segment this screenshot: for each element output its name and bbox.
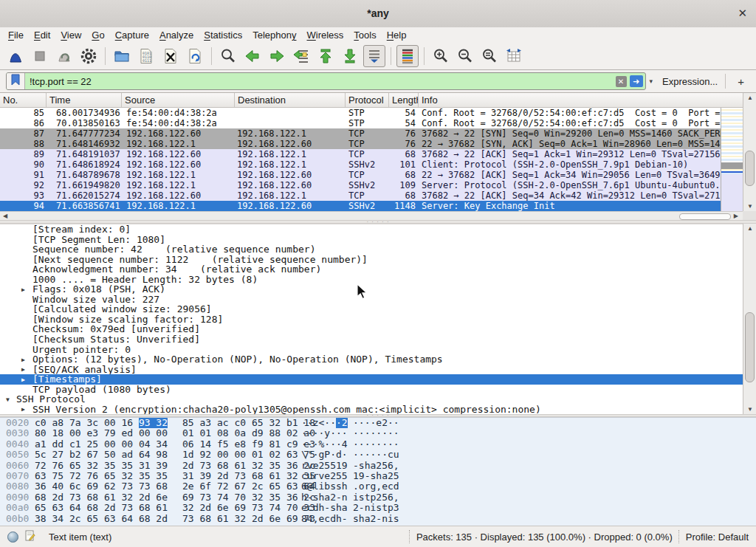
hex-segment[interactable]: 69 73 74 70 32 35 36 2c bbox=[182, 492, 315, 503]
hex-segment[interactable]: 0030 bbox=[6, 428, 29, 438]
packet-row[interactable]: 9471.663856741192.168.122.1192.168.122.6… bbox=[0, 201, 721, 211]
zoom-in-button[interactable] bbox=[430, 45, 452, 67]
detail-tree-item[interactable]: [TCP Segment Len: 1080] bbox=[0, 235, 743, 245]
hex-segment[interactable]: 2-nistp3 bbox=[353, 503, 399, 513]
hscroll-thumb[interactable] bbox=[679, 213, 731, 220]
hex-segment[interactable]: 85 a3 ac c0 65 32 b1 18 bbox=[182, 418, 315, 428]
packet-row[interactable]: 9371.662015274192.168.122.60192.168.122.… bbox=[0, 190, 721, 201]
add-filter-button[interactable]: + bbox=[732, 75, 750, 88]
title-bar[interactable]: *any ✕ bbox=[0, 0, 756, 28]
expression-button[interactable]: Expression... bbox=[656, 76, 725, 87]
expand-icon[interactable]: ▶ bbox=[21, 405, 25, 414]
detail-tree-item[interactable]: [Window size scaling factor: 128] bbox=[0, 314, 743, 325]
detail-tree-item[interactable]: Acknowledgment number: 34 (relative ack … bbox=[0, 264, 743, 275]
hex-segment[interactable]: 0050 bbox=[6, 450, 29, 460]
hex-segment[interactable]: ···%···4 bbox=[301, 439, 348, 450]
detail-tree-item[interactable]: ▶[Timestamps] bbox=[0, 374, 743, 385]
hex-segment[interactable]: 06 14 f5 e8 f9 81 c9 e3 bbox=[182, 439, 315, 450]
packet-row[interactable]: 9271.661949820192.168.122.1192.168.122.6… bbox=[0, 180, 721, 190]
packet-row[interactable]: 8971.648191037192.168.122.60192.168.122.… bbox=[0, 149, 721, 159]
capture-start-button[interactable] bbox=[4, 45, 27, 67]
detail-tree-item[interactable]: [Calculated window size: 29056] bbox=[0, 304, 743, 314]
column-header-length[interactable]: Length bbox=[389, 93, 419, 107]
detail-tree-item[interactable]: Checksum: 0x79ed [unverified] bbox=[0, 324, 743, 334]
detail-tree-item[interactable]: Sequence number: 42 (relative sequence n… bbox=[0, 244, 743, 255]
hex-segment[interactable]: istp256, bbox=[353, 492, 399, 503]
go-back-button[interactable] bbox=[241, 45, 264, 67]
filter-apply-button[interactable]: ➜ bbox=[630, 75, 643, 87]
hex-segment[interactable]: 36 40 6c 69 62 73 73 68 bbox=[35, 481, 168, 492]
hex-segment[interactable]: 72 76 65 32 35 35 31 39 bbox=[35, 461, 168, 471]
hex-segment[interactable]: 63 75 72 76 65 32 35 35 bbox=[35, 471, 168, 481]
hex-segment[interactable]: 1d 92 00 00 01 02 63 75 bbox=[182, 450, 315, 460]
filter-clear-button[interactable]: ✕ bbox=[616, 76, 627, 87]
find-packet-button[interactable] bbox=[217, 45, 239, 67]
capture-comment-icon[interactable] bbox=[25, 530, 35, 544]
hex-segment[interactable]: 2d 73 68 61 32 35 36 2c bbox=[182, 461, 315, 471]
display-filter-input[interactable] bbox=[25, 76, 616, 87]
detail-tree-item[interactable]: [Stream index: 0] bbox=[0, 224, 743, 235]
hex-segment[interactable]: 5c 27 b2 67 50 ad 64 98 bbox=[35, 450, 168, 460]
filter-bookmark-button[interactable] bbox=[7, 73, 25, 89]
scroll-down-icon[interactable]: ▼ bbox=[743, 406, 756, 413]
zoom-original-button[interactable] bbox=[478, 45, 501, 67]
expand-icon[interactable]: ▶ bbox=[21, 375, 25, 385]
hex-segment[interactable]: 00a0 bbox=[6, 503, 29, 513]
hex-segment[interactable]: ········ bbox=[353, 439, 399, 450]
menu-capture[interactable]: Capture bbox=[110, 29, 154, 41]
menu-edit[interactable]: Edit bbox=[29, 29, 55, 41]
hex-segment[interactable]: h-sha2-n bbox=[301, 492, 348, 503]
go-to-packet-button[interactable] bbox=[290, 45, 312, 67]
packet-row[interactable]: 8670.013850163fe:54:00:d4:38:2aSTP54Conf… bbox=[0, 118, 721, 128]
hex-segment[interactable]: ····e2·· bbox=[353, 418, 399, 428]
hex-segment[interactable]: 0090 bbox=[6, 492, 29, 503]
vscroll-thumb[interactable] bbox=[745, 151, 755, 186]
hex-segment[interactable]: 00b0 bbox=[6, 514, 29, 524]
packet-row[interactable]: 8568.001734936fe:54:00:d4:38:2aSTP54Conf… bbox=[0, 108, 721, 118]
zoom-out-button[interactable] bbox=[454, 45, 476, 67]
scroll-right-icon[interactable]: ▶ bbox=[734, 213, 738, 219]
collapse-icon[interactable]: ▼ bbox=[6, 395, 10, 405]
menu-file[interactable]: File bbox=[3, 29, 29, 41]
hex-segment[interactable]: 0070 bbox=[6, 471, 29, 481]
menu-wireless[interactable]: Wireless bbox=[302, 29, 349, 41]
detail-tree-item[interactable]: Urgent pointer: 0 bbox=[0, 345, 743, 355]
expand-icon[interactable]: ▶ bbox=[21, 365, 25, 375]
auto-scroll-button[interactable] bbox=[363, 45, 385, 67]
file-reload-button[interactable] bbox=[184, 45, 206, 67]
packet-row[interactable]: 8871.648146932192.168.122.1192.168.122.6… bbox=[0, 139, 721, 149]
scroll-up-icon[interactable]: ▲ bbox=[743, 94, 756, 101]
hex-segment[interactable]: 19-sha25 bbox=[353, 471, 399, 481]
scroll-down-icon[interactable]: ▼ bbox=[743, 203, 756, 210]
detail-tree-item[interactable]: [Next sequence number: 1122 (relative se… bbox=[0, 255, 743, 265]
detail-tree-item[interactable]: Window size value: 227 bbox=[0, 295, 743, 305]
detail-tree-item[interactable]: [Checksum Status: Unverified] bbox=[0, 334, 743, 345]
close-window-button[interactable]: ✕ bbox=[738, 7, 747, 20]
hex-segment[interactable]: 32 2d 6e 69 73 74 70 33 bbox=[182, 503, 315, 513]
hex-segment[interactable]: c0 a8 7a 3c 00 16 93 32 bbox=[35, 418, 168, 428]
detail-tree-item[interactable]: 1000 .... = Header Length: 32 bytes (8) bbox=[0, 275, 743, 285]
go-last-button[interactable] bbox=[339, 45, 361, 67]
capture-options-button[interactable] bbox=[78, 45, 100, 67]
capture-restart-button[interactable] bbox=[53, 45, 75, 67]
filter-history-dropdown[interactable]: ▾ bbox=[646, 78, 657, 85]
column-header-destination[interactable]: Destination bbox=[235, 93, 346, 107]
hex-segment[interactable]: 0060 bbox=[6, 461, 29, 471]
file-save-button[interactable]: 010101100111 bbox=[135, 45, 157, 67]
hex-segment[interactable]: ··z<···2 bbox=[301, 418, 348, 428]
hex-segment[interactable]: 0080 bbox=[6, 481, 29, 492]
scroll-up-icon[interactable]: ▲ bbox=[743, 225, 756, 232]
menu-telephony[interactable]: Telephony bbox=[247, 29, 301, 41]
scroll-left-icon[interactable]: ◀ bbox=[3, 213, 7, 219]
menu-analyze[interactable]: Analyze bbox=[154, 29, 199, 41]
go-forward-button[interactable] bbox=[266, 45, 288, 67]
column-header-no[interactable]: No. bbox=[0, 93, 47, 107]
detail-tree-item[interactable]: ▶[SEQ/ACK analysis] bbox=[0, 365, 743, 375]
column-header-info[interactable]: Info bbox=[419, 93, 756, 107]
menu-help[interactable]: Help bbox=[382, 29, 412, 41]
packet-list-vscrollbar[interactable]: ▲ ▼ bbox=[743, 93, 756, 211]
hex-segment[interactable]: 6@libssh bbox=[301, 481, 348, 492]
hex-segment[interactable]: ····y··· bbox=[301, 428, 348, 438]
hex-segment[interactable]: 73 68 61 32 2d 6e 69 73 bbox=[182, 514, 315, 524]
hex-segment[interactable]: 68 2d 73 68 61 32 2d 6e bbox=[35, 492, 168, 503]
